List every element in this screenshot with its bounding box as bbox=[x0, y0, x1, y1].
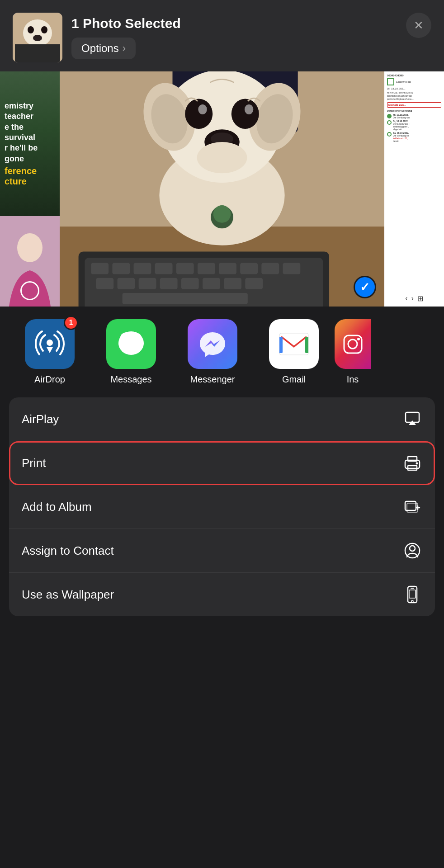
thumbnail-image bbox=[13, 13, 62, 62]
svg-rect-13 bbox=[112, 263, 130, 274]
messenger-label: Messenger bbox=[190, 374, 235, 385]
assign-contact-label: Assign to Contact bbox=[22, 544, 114, 558]
print-icon bbox=[402, 453, 422, 473]
svg-point-48 bbox=[213, 205, 231, 223]
left-top-yellow: ference cture bbox=[5, 166, 55, 187]
svg-rect-15 bbox=[155, 263, 173, 274]
selection-circle-left bbox=[20, 281, 39, 300]
share-header-info: 1 Photo Selected Options › bbox=[71, 16, 397, 59]
svg-rect-16 bbox=[176, 263, 194, 274]
svg-rect-25 bbox=[160, 278, 178, 289]
svg-rect-22 bbox=[96, 278, 113, 289]
document-preview: 00340434390 Lagerfrist üb Di, 18.10.202.… bbox=[384, 71, 444, 307]
action-add-to-album[interactable]: Add to Album bbox=[9, 485, 435, 529]
gmail-app-icon bbox=[269, 319, 319, 369]
action-assign-to-contact[interactable]: Assign to Contact bbox=[9, 529, 435, 573]
doc-digitale: Digitale Zus... bbox=[388, 104, 440, 106]
messages-icon-wrapper bbox=[106, 319, 156, 369]
airdrop-badge: 1 bbox=[64, 316, 78, 330]
doc-hinweis: HINWEIS: Wenn Sie kübrieflich benachrich… bbox=[387, 91, 441, 101]
options-button[interactable]: Options › bbox=[71, 38, 136, 59]
svg-rect-17 bbox=[198, 263, 215, 274]
svg-point-3 bbox=[41, 26, 47, 33]
add-to-album-label: Add to Album bbox=[22, 500, 92, 514]
svg-point-57 bbox=[348, 340, 357, 349]
airdrop-icon-wrapper: 1 bbox=[25, 319, 75, 369]
app-item-instagram[interactable]: Ins bbox=[335, 319, 371, 385]
action-use-as-wallpaper[interactable]: Use as Wallpaper bbox=[9, 573, 435, 616]
svg-rect-24 bbox=[139, 278, 156, 289]
svg-rect-19 bbox=[240, 263, 258, 274]
apps-row: 1 AirDrop Messages bbox=[0, 307, 444, 397]
app-item-messenger[interactable]: Messenger bbox=[172, 319, 253, 385]
photo-left-bottom bbox=[0, 216, 60, 307]
photo-strip: emistry teacher e the survival r he'll b… bbox=[0, 71, 444, 307]
svg-point-63 bbox=[416, 462, 418, 465]
svg-point-40 bbox=[185, 99, 213, 129]
svg-rect-12 bbox=[91, 263, 109, 274]
share-header: 1 Photo Selected Options › ✕ bbox=[0, 0, 444, 71]
svg-point-49 bbox=[47, 340, 53, 346]
share-header-title: 1 Photo Selected bbox=[71, 16, 397, 31]
app-item-gmail[interactable]: Gmail bbox=[253, 319, 335, 385]
svg-rect-5 bbox=[15, 44, 60, 62]
svg-point-4 bbox=[33, 35, 42, 41]
wallpaper-label: Use as Wallpaper bbox=[22, 588, 114, 602]
doc-number: 00340434390 bbox=[387, 74, 441, 77]
left-top-text: emistry teacher e the survival r he'll b… bbox=[5, 101, 55, 164]
dog-photo bbox=[60, 71, 384, 307]
gmail-label: Gmail bbox=[282, 374, 306, 385]
wallpaper-icon bbox=[402, 585, 422, 604]
photo-strip-center bbox=[60, 71, 384, 307]
photo-strip-left: emistry teacher e the survival r he'll b… bbox=[0, 71, 60, 307]
svg-point-2 bbox=[28, 26, 34, 33]
instagram-label: Ins bbox=[335, 374, 371, 385]
airplay-label: AirPlay bbox=[22, 412, 59, 426]
svg-point-69 bbox=[410, 546, 415, 551]
photo-left-top-content: emistry teacher e the survival r he'll b… bbox=[0, 71, 60, 216]
svg-rect-18 bbox=[219, 263, 236, 274]
selected-photo-thumbnail bbox=[13, 13, 62, 62]
messenger-svg bbox=[198, 330, 227, 359]
messages-svg bbox=[117, 330, 146, 359]
photo-left-top: emistry teacher e the survival r he'll b… bbox=[0, 71, 60, 216]
doc-nav: ‹ › ⊞ bbox=[384, 294, 444, 303]
close-icon: ✕ bbox=[414, 19, 424, 33]
svg-point-7 bbox=[17, 233, 43, 262]
svg-rect-26 bbox=[181, 278, 199, 289]
action-airplay[interactable]: AirPlay bbox=[9, 397, 435, 441]
app-item-airdrop[interactable]: 1 AirDrop bbox=[9, 319, 90, 385]
instagram-icon-wrapper bbox=[335, 319, 371, 369]
options-chevron: › bbox=[123, 42, 126, 54]
options-label: Options bbox=[81, 42, 119, 55]
svg-point-58 bbox=[357, 338, 360, 340]
svg-rect-29 bbox=[245, 278, 263, 289]
bottom-padding bbox=[0, 616, 444, 643]
doc-date1: Di, 18.10.202... bbox=[387, 87, 441, 90]
messages-label: Messages bbox=[110, 374, 151, 385]
close-button[interactable]: ✕ bbox=[406, 13, 431, 38]
svg-point-72 bbox=[411, 600, 413, 602]
doc-lagerfrist: Lagerfrist üb bbox=[396, 80, 411, 83]
svg-rect-73 bbox=[409, 590, 416, 598]
messages-app-icon bbox=[106, 319, 156, 369]
svg-rect-54 bbox=[279, 337, 283, 353]
svg-point-41 bbox=[231, 99, 259, 129]
instagram-app-icon bbox=[335, 319, 371, 369]
gmail-icon-wrapper bbox=[269, 319, 319, 369]
svg-point-46 bbox=[197, 142, 247, 173]
svg-rect-27 bbox=[203, 278, 220, 289]
svg-rect-23 bbox=[118, 278, 135, 289]
svg-point-42 bbox=[198, 104, 207, 114]
print-label: Print bbox=[22, 456, 46, 470]
svg-rect-21 bbox=[283, 263, 300, 274]
messenger-icon-wrapper bbox=[188, 319, 237, 369]
svg-rect-71 bbox=[411, 588, 414, 589]
svg-rect-14 bbox=[134, 263, 151, 274]
messenger-app-icon bbox=[188, 319, 237, 369]
actions-list: AirPlay Print Add to Album bbox=[9, 397, 435, 616]
svg-rect-55 bbox=[305, 337, 308, 353]
app-item-messages[interactable]: Messages bbox=[90, 319, 172, 385]
instagram-svg bbox=[340, 332, 365, 357]
action-print[interactable]: Print bbox=[9, 441, 435, 485]
